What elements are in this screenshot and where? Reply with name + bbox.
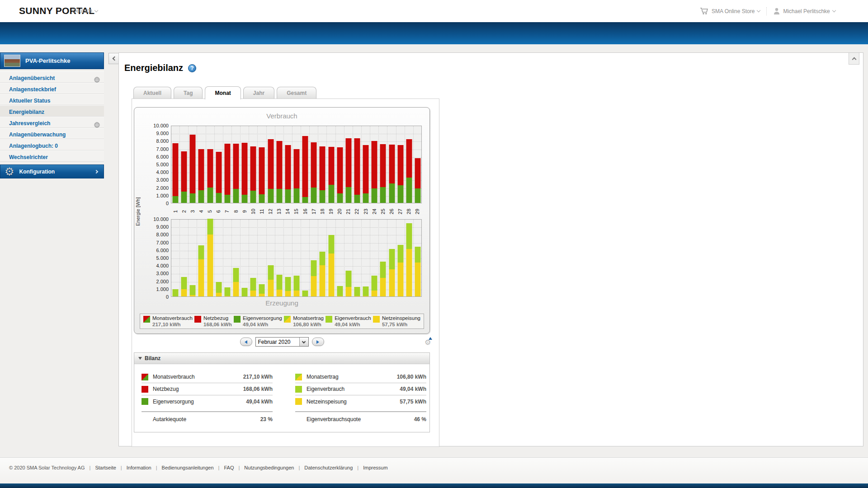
bar-day-20[interactable] bbox=[337, 286, 343, 296]
bar-day-5[interactable] bbox=[207, 219, 213, 296]
bar-day-25[interactable] bbox=[380, 144, 386, 203]
sidebar-item-anlagenübersicht[interactable]: Anlagenübersicht bbox=[0, 71, 104, 83]
bar-day-19[interactable] bbox=[328, 235, 334, 296]
bar-day-6[interactable] bbox=[216, 152, 222, 203]
bar-day-4[interactable] bbox=[198, 149, 204, 203]
plant-header[interactable]: PVA-Perlitschke bbox=[0, 52, 104, 69]
sidebar-item-wechselrichter[interactable]: Wechselrichter bbox=[0, 150, 104, 162]
bar-day-8[interactable] bbox=[233, 144, 239, 203]
bar-day-27[interactable] bbox=[397, 245, 403, 296]
bar-day-24[interactable] bbox=[372, 141, 377, 203]
sidebar-item-energiebilanz[interactable]: Energiebilanz bbox=[0, 105, 104, 117]
bar-slot bbox=[292, 220, 301, 296]
bar-day-13[interactable] bbox=[276, 141, 282, 203]
bar-day-12[interactable] bbox=[268, 265, 274, 296]
previous-month-button[interactable] bbox=[240, 338, 252, 346]
store-menu[interactable]: SMA Online Store bbox=[700, 7, 760, 15]
bar-day-8[interactable] bbox=[233, 268, 239, 296]
bar-day-6[interactable] bbox=[216, 282, 222, 296]
bar-day-22[interactable] bbox=[354, 287, 360, 296]
footer-link-datenschutzerklärung[interactable]: Datenschutzerklärung bbox=[304, 465, 353, 470]
bar-slot bbox=[171, 126, 180, 203]
bar-day-13[interactable] bbox=[276, 275, 282, 296]
tab-monat[interactable]: Monat bbox=[205, 86, 241, 99]
chart-settings-button[interactable]: ⚙ bbox=[425, 338, 431, 347]
x-tick-label: 17 bbox=[311, 208, 316, 214]
footer-link-bedienungsanleitungen[interactable]: Bedienungsanleitungen bbox=[162, 465, 214, 470]
scroll-top-button[interactable] bbox=[849, 53, 859, 65]
tab-tag[interactable]: Tag bbox=[174, 87, 203, 99]
bar-day-21[interactable] bbox=[345, 138, 351, 203]
sidebar-item-aktueller-status[interactable]: Aktueller Status bbox=[0, 94, 104, 105]
bar-day-15[interactable] bbox=[293, 149, 299, 203]
bar-day-1[interactable] bbox=[173, 289, 179, 296]
footer-link-information[interactable]: Information bbox=[127, 465, 151, 470]
bar-day-3[interactable] bbox=[190, 135, 196, 203]
bar-day-28[interactable] bbox=[406, 139, 412, 203]
bar-day-29[interactable] bbox=[415, 247, 421, 296]
help-icon[interactable]: ? bbox=[188, 64, 196, 72]
bar-day-11[interactable] bbox=[259, 284, 265, 296]
bar-day-27[interactable] bbox=[397, 145, 403, 203]
bar-day-4[interactable] bbox=[198, 245, 204, 296]
sidebar-item-jahresvergleich[interactable]: Jahresvergleich bbox=[0, 117, 104, 128]
sidebar-item-anlagensteckbrief[interactable]: Anlagensteckbrief bbox=[0, 83, 104, 94]
sidebar-item-anlagenlogbuch-0[interactable]: Anlagenlogbuch: 0 bbox=[0, 139, 104, 150]
tab-jahr[interactable]: Jahr bbox=[243, 87, 274, 99]
tab-gesamt[interactable]: Gesamt bbox=[277, 87, 316, 99]
bar-day-17[interactable] bbox=[311, 260, 317, 296]
footer-link-impressum[interactable]: Impressum bbox=[363, 465, 387, 470]
bar-day-9[interactable] bbox=[242, 288, 248, 296]
bar-day-16[interactable] bbox=[302, 291, 308, 296]
bar-day-23[interactable] bbox=[363, 286, 369, 296]
bar-day-17[interactable] bbox=[311, 142, 317, 203]
bar-segment-netzeinspeisung bbox=[190, 295, 196, 296]
bilanz-header[interactable]: Bilanz bbox=[134, 353, 429, 364]
collapse-sidebar-button[interactable] bbox=[108, 53, 119, 64]
bar-day-2[interactable] bbox=[181, 277, 187, 296]
bar-day-15[interactable] bbox=[293, 276, 299, 296]
bar-day-14[interactable] bbox=[285, 145, 291, 203]
bar-day-2[interactable] bbox=[181, 151, 187, 203]
footer-link-faq[interactable]: FAQ bbox=[224, 465, 234, 470]
bar-day-28[interactable] bbox=[406, 223, 412, 296]
bar-day-12[interactable] bbox=[268, 139, 274, 203]
footer-separator: | bbox=[90, 465, 91, 470]
bar-day-16[interactable] bbox=[302, 136, 308, 203]
bar-day-26[interactable] bbox=[389, 249, 395, 296]
month-select[interactable]: Februar 2020 bbox=[255, 337, 309, 347]
next-month-button[interactable] bbox=[312, 338, 324, 346]
bar-day-24[interactable] bbox=[372, 276, 377, 296]
bar-segment-netzbezug bbox=[233, 144, 239, 189]
bar-day-3[interactable] bbox=[190, 285, 196, 296]
bar-day-14[interactable] bbox=[285, 277, 291, 296]
bar-day-25[interactable] bbox=[380, 262, 386, 296]
bar-day-20[interactable] bbox=[337, 147, 343, 203]
language-selector[interactable]: Deutsch bbox=[72, 8, 98, 14]
bar-day-18[interactable] bbox=[320, 252, 326, 296]
x-tick-label: 6 bbox=[216, 210, 221, 212]
select-dropdown-button[interactable] bbox=[299, 338, 308, 346]
bar-day-19[interactable] bbox=[328, 147, 334, 203]
bar-day-10[interactable] bbox=[250, 146, 256, 203]
bar-day-29[interactable] bbox=[415, 158, 421, 203]
footer-link-startseite[interactable]: Startseite bbox=[95, 465, 116, 470]
bar-day-1[interactable] bbox=[173, 143, 179, 203]
bar-day-7[interactable] bbox=[224, 144, 230, 203]
footer-link-nutzungsbedingungen[interactable]: Nutzungsbedingungen bbox=[244, 465, 294, 470]
bar-day-11[interactable] bbox=[259, 147, 265, 203]
bar-day-10[interactable] bbox=[250, 278, 256, 296]
bar-day-7[interactable] bbox=[224, 287, 230, 296]
bar-day-5[interactable] bbox=[207, 149, 213, 203]
bar-day-9[interactable] bbox=[242, 143, 248, 203]
sidebar-item-konfiguration[interactable]: ⚙ Konfiguration bbox=[0, 164, 104, 178]
bar-day-18[interactable] bbox=[320, 146, 326, 203]
bar-day-22[interactable] bbox=[354, 138, 360, 203]
bar-day-23[interactable] bbox=[363, 145, 369, 203]
user-menu[interactable]: Michael Perlitschke bbox=[773, 7, 835, 15]
x-tick: 23 bbox=[361, 204, 370, 218]
bar-day-21[interactable] bbox=[345, 271, 351, 296]
sidebar-item-anlagenüberwachung[interactable]: Anlagenüberwachung bbox=[0, 128, 104, 139]
bar-day-26[interactable] bbox=[389, 145, 395, 203]
tab-aktuell[interactable]: Aktuell bbox=[133, 87, 171, 99]
